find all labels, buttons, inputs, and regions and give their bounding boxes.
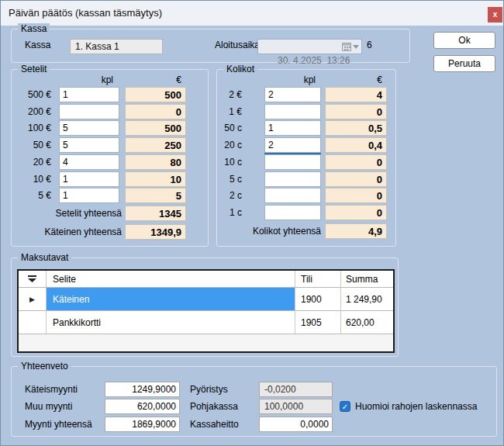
setelit-group-label: Setelit (18, 64, 50, 74)
table-row[interactable]: ▶Käteinen19001 249,90 (19, 288, 393, 311)
denomination-label: 50 c (217, 123, 242, 133)
selite-cell[interactable]: Pankkikortti (47, 311, 295, 334)
maksutavat-table: Selite Tili Summa ▶Käteinen19001 249,90P… (17, 269, 395, 353)
kolikot-eur-value: 0 (325, 205, 387, 220)
setelit-kpl-input[interactable] (59, 104, 119, 119)
yhteenveto-group: Yhteenveto Käteismyynti Muu myynti Myynt… (11, 366, 497, 437)
muu-myynti-label: Muu myynti (25, 399, 72, 414)
table-empty-area (19, 334, 393, 351)
cash-total-label: Käteinen yhteensä (12, 226, 122, 237)
denomination-label: 10 € (12, 174, 51, 185)
denomination-label: 20 c (217, 140, 242, 150)
setelit-row: 5 €5 (12, 188, 208, 203)
kolikot-kpl-input[interactable] (264, 188, 321, 203)
kassaheitto-field[interactable] (259, 417, 333, 432)
pohjakassa-label: Pohjakassa (190, 399, 238, 414)
kolikot-total-label: Kolikot yhteensä (217, 226, 321, 237)
denomination-label: 1 c (217, 207, 242, 218)
kolikot-kpl-input[interactable] (264, 87, 321, 102)
column-header-selite[interactable]: Selite (47, 271, 295, 288)
kolikot-eur-value: 0,4 (325, 137, 387, 153)
denomination-label: 5 c (217, 174, 242, 185)
kolikot-kpl-input[interactable] (264, 120, 321, 136)
kolikot-row: 50 c0,5 (217, 120, 395, 136)
aloitusaika-field: 30. 4.2025 13:26 (257, 39, 362, 54)
kolikot-kpl-input[interactable] (264, 104, 321, 119)
kolikot-kpl-input[interactable] (264, 154, 321, 170)
close-icon: x (493, 10, 498, 19)
pohjakassa-field: 100,0000 (259, 399, 333, 414)
tili-cell[interactable]: 1905 (295, 311, 341, 334)
setelit-eur-value: 500 (125, 87, 186, 102)
setelit-kpl-input[interactable] (59, 154, 119, 170)
denomination-label: 20 € (12, 157, 51, 168)
close-button[interactable]: x (488, 7, 502, 22)
filter-icon (28, 275, 36, 283)
table-row[interactable]: Pankkikortti1905620,00 (19, 311, 393, 334)
setelit-group: Setelit kpl € 500 €500200 €0100 €50050 €… (11, 69, 209, 247)
kolikot-row: 2 c0 (217, 188, 395, 203)
yhteenveto-group-label: Yhteenveto (18, 361, 71, 372)
setelit-eur-value: 80 (125, 154, 186, 170)
kolikot-eur-header: € (325, 74, 382, 85)
kassa-group: Kassa Kassa 1. Kassa 1 Aloitusaika 30. 4… (11, 29, 410, 63)
kolikot-kpl-input[interactable] (264, 205, 321, 220)
kassaheitto-label: Kassaheitto (190, 417, 239, 432)
kassa-select[interactable]: 1. Kassa 1 (70, 39, 163, 54)
denomination-label: 200 € (12, 106, 51, 117)
setelit-kpl-input[interactable] (59, 171, 119, 187)
setelit-eur-value: 500 (125, 120, 186, 136)
cash-total-value: 1349,9 (125, 224, 186, 240)
cancel-button[interactable]: Peruuta (433, 55, 495, 72)
setelit-kpl-header: kpl (59, 74, 113, 85)
setelit-eur-value: 250 (125, 137, 186, 153)
filter-header-cell[interactable] (19, 271, 47, 288)
myynti-yhteensa-label: Myynti yhteensä (25, 417, 92, 432)
setelit-row: 500 €500 (12, 87, 208, 102)
huomioi-checkbox[interactable]: ✓ (340, 401, 350, 412)
kolikot-kpl-input[interactable] (264, 137, 321, 153)
setelit-eur-value: 0 (125, 104, 186, 119)
maksutavat-group: Maksutavat Selite Tili Summa ▶Käteinen19… (11, 258, 399, 357)
row-selector-cell[interactable] (19, 311, 47, 334)
setelit-row: 200 €0 (12, 104, 208, 119)
kolikot-kpl-input[interactable] (264, 171, 321, 187)
muu-myynti-field[interactable] (105, 399, 180, 414)
tili-cell[interactable]: 1900 (295, 288, 341, 311)
title-bar: Päivän päätös (kassan täsmäytys) x (1, 1, 503, 26)
kolikot-eur-value: 4 (325, 87, 387, 102)
column-header-tili[interactable]: Tili (295, 271, 341, 288)
setelit-kpl-input[interactable] (59, 188, 119, 203)
kassa-label: Kassa (25, 40, 50, 50)
denomination-label: 2 c (217, 190, 242, 201)
kolikot-eur-value: 0 (325, 104, 387, 119)
setelit-kpl-input[interactable] (59, 137, 119, 153)
kateismyynti-field[interactable] (105, 382, 180, 397)
setelit-row: 100 €500 (12, 120, 208, 136)
ok-button[interactable]: Ok (433, 32, 495, 49)
kolikot-group: Kolikot kpl € 2 €41 €050 c0,520 c0,410 c… (216, 69, 396, 247)
kolikot-total-value: 4,9 (325, 223, 387, 239)
row-selector-marker[interactable]: ▶ (19, 288, 47, 311)
session-number: 6 (367, 40, 372, 50)
kolikot-row: 5 c0 (217, 171, 395, 187)
setelit-total-label: Setelit yhteensä (12, 208, 122, 219)
setelit-kpl-input[interactable] (59, 120, 119, 136)
kolikot-row: 2 €4 (217, 87, 395, 102)
checkmark-icon: ✓ (342, 403, 348, 411)
selite-cell[interactable]: Käteinen (47, 288, 295, 311)
kolikot-eur-value: 0 (325, 171, 387, 187)
denomination-label: 50 € (12, 140, 51, 150)
summa-cell[interactable]: 1 249,90 (341, 288, 393, 311)
kolikot-group-label: Kolikot (223, 64, 257, 74)
setelit-kpl-input[interactable] (59, 87, 119, 102)
kolikot-kpl-header: kpl (264, 74, 316, 85)
kolikot-eur-value: 0,5 (325, 120, 387, 136)
myynti-yhteensa-field[interactable] (105, 417, 180, 432)
chevron-down-icon (353, 45, 359, 49)
kolikot-row: 20 c0,4 (217, 137, 395, 153)
column-header-summa[interactable]: Summa (341, 271, 393, 288)
setelit-row: 20 €80 (12, 154, 208, 170)
summa-cell[interactable]: 620,00 (341, 311, 393, 334)
kolikot-row: 1 c0 (217, 205, 395, 220)
